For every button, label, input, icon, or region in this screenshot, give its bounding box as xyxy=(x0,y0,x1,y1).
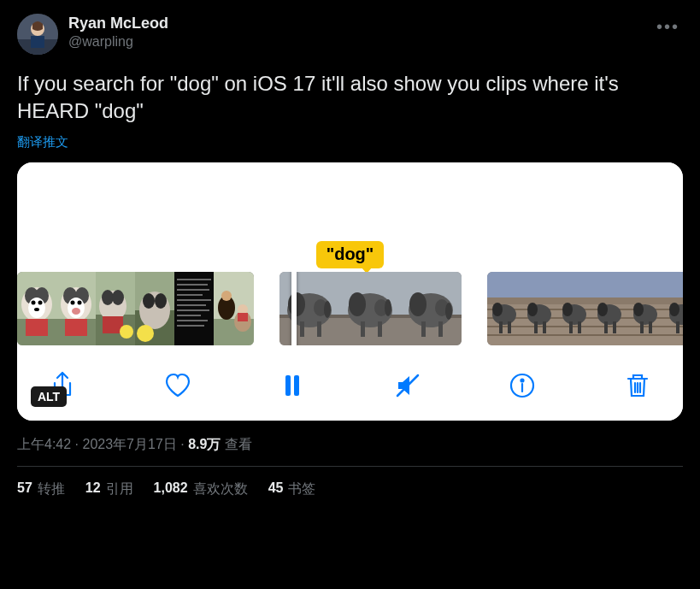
svg-point-77 xyxy=(409,292,426,316)
svg-rect-3 xyxy=(31,36,44,48)
svg-rect-13 xyxy=(26,319,48,336)
author-name-block[interactable]: Ryan McLeod @warpling xyxy=(68,14,168,51)
more-options-button[interactable]: ••• xyxy=(653,14,683,40)
svg-point-123 xyxy=(597,303,608,316)
svg-rect-44 xyxy=(177,309,209,311)
clip-frame xyxy=(340,272,401,345)
clip-group-active[interactable] xyxy=(279,272,462,345)
tweet-date[interactable]: 2023年7月17日 xyxy=(82,437,176,451)
avatar[interactable] xyxy=(17,14,58,55)
svg-rect-91 xyxy=(499,321,503,333)
svg-point-10 xyxy=(32,300,36,304)
svg-rect-114 xyxy=(578,321,581,333)
svg-rect-99 xyxy=(522,297,557,304)
svg-rect-92 xyxy=(508,321,511,333)
svg-point-12 xyxy=(34,308,39,311)
media-card[interactable]: "dog" xyxy=(17,162,683,421)
display-name: Ryan McLeod xyxy=(68,14,168,33)
svg-point-145 xyxy=(669,303,679,316)
svg-point-28 xyxy=(112,290,124,305)
clip-frame xyxy=(663,272,683,345)
quotes-stat[interactable]: 12 引用 xyxy=(85,480,133,498)
clip-frame xyxy=(557,272,592,345)
svg-rect-42 xyxy=(177,299,211,301)
svg-point-101 xyxy=(527,303,538,316)
search-term-tooltip: "dog" xyxy=(316,241,385,268)
svg-rect-62 xyxy=(317,321,321,337)
tweet-text: If you search for "dog" on iOS 17 it'll … xyxy=(17,70,683,126)
svg-point-27 xyxy=(102,290,114,305)
svg-rect-102 xyxy=(534,321,538,333)
clip-frame xyxy=(56,272,96,345)
video-timeline[interactable] xyxy=(17,272,683,352)
playhead[interactable] xyxy=(291,272,297,345)
alt-badge[interactable]: ALT xyxy=(31,386,67,407)
media-toolbar xyxy=(17,352,683,421)
svg-rect-136 xyxy=(649,321,652,333)
svg-rect-71 xyxy=(378,321,382,337)
translate-link[interactable]: 翻译推文 xyxy=(17,134,683,150)
svg-rect-43 xyxy=(177,304,206,306)
svg-rect-121 xyxy=(592,297,627,304)
clip-frame xyxy=(279,272,340,345)
svg-rect-125 xyxy=(613,321,616,333)
svg-rect-132 xyxy=(627,297,663,304)
svg-rect-47 xyxy=(177,325,204,327)
svg-point-22 xyxy=(72,308,80,315)
svg-point-59 xyxy=(288,292,305,316)
svg-point-72 xyxy=(385,299,391,316)
svg-rect-135 xyxy=(640,321,644,333)
stats-row: 57 转推 12 引用 1,082 喜欢次数 45 书签 xyxy=(17,467,683,498)
like-button[interactable] xyxy=(163,371,192,400)
clip-frame xyxy=(96,272,135,345)
svg-rect-23 xyxy=(65,319,87,336)
svg-rect-79 xyxy=(421,321,426,337)
svg-rect-149 xyxy=(294,375,299,396)
svg-rect-124 xyxy=(604,321,608,333)
bookmarks-stat[interactable]: 45 书签 xyxy=(268,480,316,498)
svg-rect-45 xyxy=(177,315,201,316)
tweet-meta: 上午4:42 · 2023年7月17日 · 8.9万 查看 xyxy=(17,436,683,454)
tweet-time[interactable]: 上午4:42 xyxy=(17,437,71,451)
svg-rect-110 xyxy=(557,297,592,304)
svg-point-90 xyxy=(492,303,503,316)
clip-frame xyxy=(17,272,56,345)
clip-frame xyxy=(487,272,522,345)
svg-rect-80 xyxy=(438,321,443,337)
svg-rect-146 xyxy=(676,321,679,333)
clip-frame xyxy=(592,272,627,345)
retweets-stat[interactable]: 57 转推 xyxy=(17,480,65,498)
clip-group[interactable] xyxy=(17,272,254,345)
svg-point-152 xyxy=(521,379,524,381)
svg-rect-88 xyxy=(487,297,522,304)
media-top-space xyxy=(17,162,683,241)
svg-rect-70 xyxy=(361,321,365,337)
delete-button[interactable] xyxy=(623,371,652,400)
svg-rect-46 xyxy=(177,320,208,321)
info-button[interactable] xyxy=(508,371,537,400)
tweet-container: Ryan McLeod @warpling ••• If you search … xyxy=(0,0,700,498)
svg-point-134 xyxy=(633,303,644,316)
tweet-header: Ryan McLeod @warpling ••• xyxy=(17,14,683,55)
clip-frame xyxy=(135,272,174,345)
clip-frame xyxy=(174,272,214,345)
likes-stat[interactable]: 1,082 喜欢次数 xyxy=(154,480,248,498)
clip-frame xyxy=(627,272,663,345)
clip-frame xyxy=(522,272,557,345)
pause-button[interactable] xyxy=(278,371,307,400)
svg-point-81 xyxy=(445,303,452,320)
svg-point-34 xyxy=(143,293,155,309)
mute-button[interactable] xyxy=(393,371,422,400)
handle: @warpling xyxy=(68,33,168,51)
clip-group[interactable] xyxy=(487,272,683,345)
svg-rect-103 xyxy=(543,321,546,333)
svg-point-20 xyxy=(71,300,75,304)
svg-rect-113 xyxy=(569,321,573,333)
svg-rect-41 xyxy=(177,294,203,296)
clip-frame xyxy=(214,272,254,345)
svg-rect-40 xyxy=(177,289,209,291)
svg-point-35 xyxy=(155,293,167,309)
svg-point-30 xyxy=(120,325,133,339)
svg-point-36 xyxy=(137,325,154,342)
svg-rect-148 xyxy=(285,375,291,396)
